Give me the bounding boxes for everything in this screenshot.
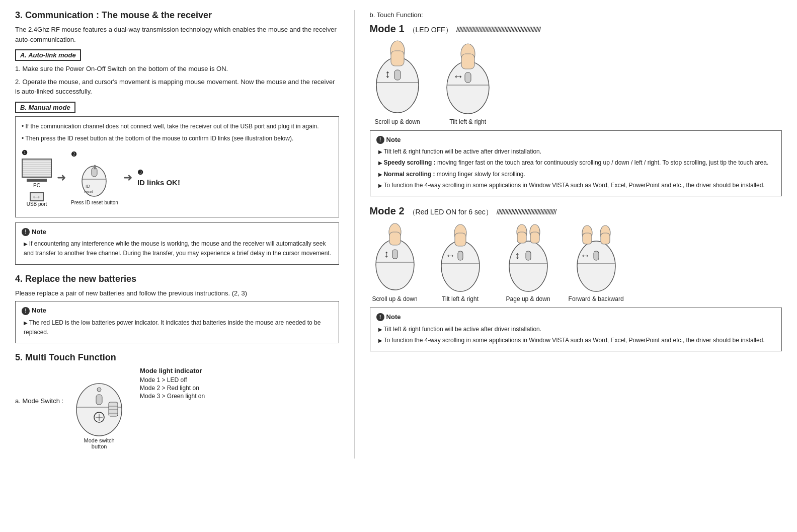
svg-text:↕: ↕: [384, 248, 389, 259]
arrow1-icon: ➜: [57, 171, 66, 184]
mode2-note-item1: Tilt left & right function will be activ…: [378, 325, 775, 334]
mode-switch-row: a. Mode Switch :: [15, 367, 339, 449]
mode1-header: Mode 1 （LED OFF） ///////////////////////…: [370, 23, 782, 35]
mode1-desc: （LED OFF）: [409, 26, 452, 35]
svg-text:↕: ↕: [385, 67, 390, 80]
section4-intro: Please replace a pair of new batteries a…: [15, 288, 339, 298]
usb-label: USB port: [27, 201, 47, 207]
svg-rect-55: [601, 233, 610, 244]
section4-title: 4. Replace the new batteries: [15, 274, 339, 284]
svg-point-49: [577, 241, 615, 291]
mode2-page-label: Page up & down: [506, 295, 550, 302]
auto-link-step2: 2. Operate the mouse, and cursor's movem…: [15, 77, 339, 97]
mode2-page-icon: ↕: [501, 222, 556, 292]
mode1-scroll-item: ↕ Scroll up & down: [370, 40, 425, 125]
section3-intro: The 2.4Ghz RF mouse features a dual-way …: [15, 25, 339, 44]
mode2-page-item: ↕ Page up & down: [501, 222, 556, 302]
svg-rect-45: [517, 232, 526, 243]
mode1-note-item1: Tilt left & right function will be activ…: [378, 147, 775, 157]
mouse-step2-icon: ID reset: [81, 160, 108, 198]
svg-text:↔: ↔: [453, 70, 464, 83]
svg-point-41: [509, 241, 547, 291]
mode-switch-button-label: Mode switch button: [79, 437, 119, 449]
mode-switch-intro: a. Mode Switch :: [15, 397, 63, 405]
svg-text:reset: reset: [84, 189, 94, 194]
svg-rect-25: [465, 72, 471, 83]
diagram-row: ❶ PC ⟷: [22, 149, 333, 207]
note4-text: The red LED is the low batteries power i…: [24, 318, 333, 337]
mode2-tilt-icon: ↔: [430, 222, 491, 292]
note3-title: Note: [32, 227, 46, 238]
mode2-header: Mode 2 （Red LED ON for 6 sec） //////////…: [370, 205, 782, 217]
svg-text:↔: ↔: [445, 250, 455, 261]
svg-text:↕: ↕: [515, 250, 520, 261]
mode1-divider: ////////////////////////////////////////…: [456, 26, 541, 34]
mode1-tilt-label: Tilt left & right: [449, 118, 486, 125]
mode1-note-item4: To function the 4-way scrolling in some …: [378, 181, 775, 190]
diagram-step2: ❷ ID reset Press ID reset button: [71, 150, 118, 205]
section4-note: ! Note The red LED is the low batteries …: [15, 301, 339, 343]
mode-indicator-item1: Mode 1 > LED off: [140, 376, 205, 384]
mode2-forward-item: ↔ Forward & backward: [566, 222, 626, 302]
mode1-note-item2: Speedy scrolling : moving finger fast on…: [378, 158, 775, 168]
manual-item-1: • If the communication channel does not …: [22, 122, 333, 131]
press-reset-label: Press ID reset button: [71, 200, 118, 205]
svg-rect-21: [391, 51, 404, 66]
mode2-note-item2: To function the 4-way scrolling in some …: [378, 336, 775, 345]
mode2-scroll-label: Scroll up & down: [372, 295, 418, 302]
auto-link-step1: 1. Make sure the Power On-Off Switch on …: [15, 64, 339, 74]
svg-rect-3: [94, 165, 96, 169]
svg-point-23: [447, 61, 489, 114]
svg-rect-31: [392, 250, 397, 259]
section3: 3. Communication : The mouse & the recei…: [15, 10, 339, 265]
mode1-note-item3: Normal scrolling : moving finger slowly …: [378, 170, 775, 179]
mode2-desc: （Red LED ON for 6 sec）: [409, 208, 493, 217]
note4-icon: !: [22, 307, 30, 315]
mode-mouse-icon: [71, 367, 127, 437]
mode1-name: Mode 1: [370, 23, 405, 35]
svg-rect-37: [458, 251, 463, 260]
svg-rect-8: [96, 395, 102, 405]
svg-rect-43: [526, 251, 531, 260]
mode2-divider: ////////////////////////////////////////…: [497, 208, 556, 216]
svg-rect-47: [530, 232, 539, 243]
mode2-note: ! Note Tilt left & right function will b…: [370, 308, 782, 351]
svg-point-35: [441, 241, 480, 291]
mode-switch-mouse: Mode switch button: [71, 367, 127, 449]
mode2-tilt-label: Tilt left & right: [442, 295, 479, 302]
id-links-label: ID links OK!: [137, 178, 180, 187]
mode-indicator-item2: Mode 2 > Red light on: [140, 385, 205, 392]
diagram-step1: ❶ PC ⟷: [22, 149, 52, 207]
svg-rect-33: [389, 232, 401, 245]
mode2-forward-label: Forward & backward: [569, 295, 624, 302]
svg-rect-27: [461, 54, 474, 69]
svg-point-13: [97, 388, 101, 392]
mode1-note-icon: !: [376, 136, 384, 144]
note4-title: Note: [32, 306, 46, 316]
mode1-tilt-item: ↔ Tilt left & right: [435, 40, 501, 125]
mode2-tilt-item: ↔ Tilt left & right: [430, 222, 491, 302]
svg-rect-53: [583, 233, 592, 244]
manual-item-2: • Then press the ID reset button at the …: [22, 134, 333, 143]
section4: 4. Replace the new batteries Please repl…: [15, 274, 339, 344]
pc-base-icon: [27, 179, 47, 182]
left-column: 3. Communication : The mouse & the recei…: [15, 10, 354, 459]
section3-note: ! Note If encountering any interference …: [15, 222, 339, 265]
svg-rect-51: [594, 251, 599, 260]
scroll-updown-icon: ↕: [370, 40, 425, 115]
mode2-scroll-icon: ↕: [370, 222, 420, 292]
mode-indicator-title: Mode light indicator: [140, 367, 205, 374]
mode-indicator: Mode light indicator Mode 1 > LED off Mo…: [140, 367, 205, 401]
mode-indicator-item3: Mode 3 > Green light on: [140, 393, 205, 400]
right-column: b. Touch Function: Mode 1 （LED OFF） ////…: [354, 10, 782, 459]
svg-point-29: [376, 240, 414, 290]
page: 3. Communication : The mouse & the recei…: [0, 0, 797, 469]
pc-screen-icon: [22, 159, 52, 178]
auto-link-label: A. Auto-link mode: [15, 49, 81, 61]
mode2-touch-row: ↕ Scroll up & down ↔ Tilt left & right: [370, 222, 782, 302]
mode2-scroll-item: ↕ Scroll up & down: [370, 222, 420, 302]
svg-rect-19: [394, 70, 401, 80]
touch-function-label: b. Touch Function:: [370, 10, 782, 20]
arrow2-icon: ➜: [123, 171, 132, 184]
note3-text: If encountering any interference while t…: [24, 239, 333, 258]
